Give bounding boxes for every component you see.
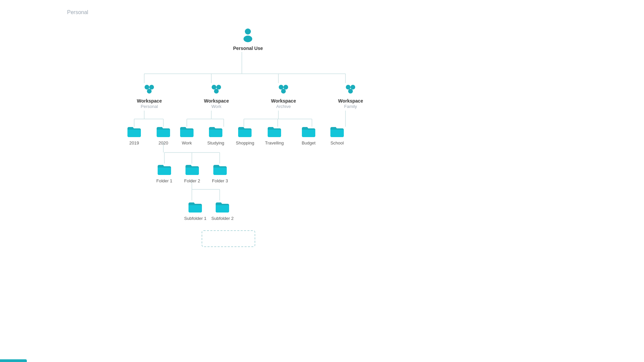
svg-point-41 — [346, 85, 351, 89]
folder-2020-icon — [156, 126, 171, 138]
folder-work-label: Work — [182, 140, 192, 145]
folder-studying-label: Studying — [207, 140, 224, 145]
workspace-family-label-top: Workspace — [338, 98, 363, 104]
folder-2-label: Folder 2 — [184, 178, 200, 183]
subfolder-1[interactable]: Subfolder 1 — [184, 201, 207, 221]
workspace-personal-label-sub: Personal — [141, 104, 158, 109]
folder-work[interactable]: Work — [179, 126, 194, 145]
folder-1[interactable]: Folder 1 — [156, 164, 172, 183]
folder-3-icon — [213, 164, 227, 176]
folder-travelling-icon — [267, 126, 282, 138]
breadcrumb: Personal — [67, 9, 88, 15]
svg-point-43 — [348, 89, 353, 94]
folder-2019[interactable]: 2019 — [127, 126, 142, 145]
svg-point-32 — [145, 85, 149, 89]
add-placeholder[interactable] — [202, 230, 255, 247]
folder-2019-icon — [127, 126, 142, 138]
folder-2020[interactable]: 2020 — [156, 126, 171, 145]
folder-2-icon — [185, 164, 200, 176]
workspace-archive-node[interactable]: Workspace Archive — [271, 82, 296, 109]
folder-budget[interactable]: Budget — [301, 126, 316, 145]
folder-2020-label: 2020 — [159, 140, 168, 145]
folder-2019-label: 2019 — [129, 140, 139, 145]
folder-shopping-label: Shopping — [236, 140, 254, 145]
folder-shopping-icon — [237, 126, 252, 138]
workspace-personal-icon — [142, 82, 157, 97]
workspace-work-icon — [209, 82, 224, 97]
workspace-archive-label-top: Workspace — [271, 98, 296, 104]
svg-point-36 — [216, 85, 221, 89]
folder-travelling[interactable]: Travelling — [265, 126, 284, 145]
root-node[interactable]: Personal Use — [233, 26, 263, 51]
folder-shopping[interactable]: Shopping — [236, 126, 254, 145]
folder-3-label: Folder 3 — [212, 178, 228, 183]
workspace-personal-label-top: Workspace — [137, 98, 162, 104]
workspace-work-label-sub: Work — [211, 104, 221, 109]
svg-point-31 — [244, 36, 252, 42]
workspace-family-node[interactable]: Workspace Family — [338, 82, 363, 109]
svg-point-40 — [281, 89, 286, 94]
workspace-family-icon — [343, 82, 358, 97]
workspace-archive-icon — [276, 82, 291, 97]
subfolder-2-label: Subfolder 2 — [211, 216, 234, 221]
svg-point-37 — [214, 89, 219, 94]
tree-lines — [0, 0, 644, 362]
subfolder-1-label: Subfolder 1 — [184, 216, 207, 221]
workspace-archive-label-sub: Archive — [276, 104, 291, 109]
person-icon — [239, 26, 257, 44]
root-label: Personal Use — [233, 46, 263, 51]
workspace-work-node[interactable]: Workspace Work — [204, 82, 229, 109]
svg-point-33 — [149, 85, 154, 89]
svg-point-34 — [147, 89, 152, 94]
subfolder-2[interactable]: Subfolder 2 — [211, 201, 234, 221]
folder-budget-icon — [301, 126, 316, 138]
svg-point-30 — [245, 28, 251, 35]
folder-budget-label: Budget — [302, 140, 315, 145]
folder-3[interactable]: Folder 3 — [212, 164, 228, 183]
folder-travelling-label: Travelling — [265, 140, 284, 145]
folder-2[interactable]: Folder 2 — [184, 164, 200, 183]
svg-point-42 — [351, 85, 355, 89]
folder-school[interactable]: School — [330, 126, 344, 145]
svg-point-35 — [212, 85, 216, 89]
svg-point-38 — [279, 85, 283, 89]
subfolder-2-icon — [215, 201, 230, 213]
svg-point-39 — [283, 85, 288, 89]
workspace-work-label-top: Workspace — [204, 98, 229, 104]
workspace-family-label-sub: Family — [344, 104, 357, 109]
folder-studying[interactable]: Studying — [207, 126, 224, 145]
folder-1-label: Folder 1 — [156, 178, 172, 183]
subfolder-1-icon — [188, 201, 203, 213]
bottom-accent-bar — [0, 359, 27, 362]
folder-school-icon — [330, 126, 344, 138]
folder-1-icon — [157, 164, 172, 176]
folder-work-icon — [179, 126, 194, 138]
folder-studying-icon — [208, 126, 223, 138]
workspace-personal-node[interactable]: Workspace Personal — [137, 82, 162, 109]
folder-school-label: School — [330, 140, 344, 145]
